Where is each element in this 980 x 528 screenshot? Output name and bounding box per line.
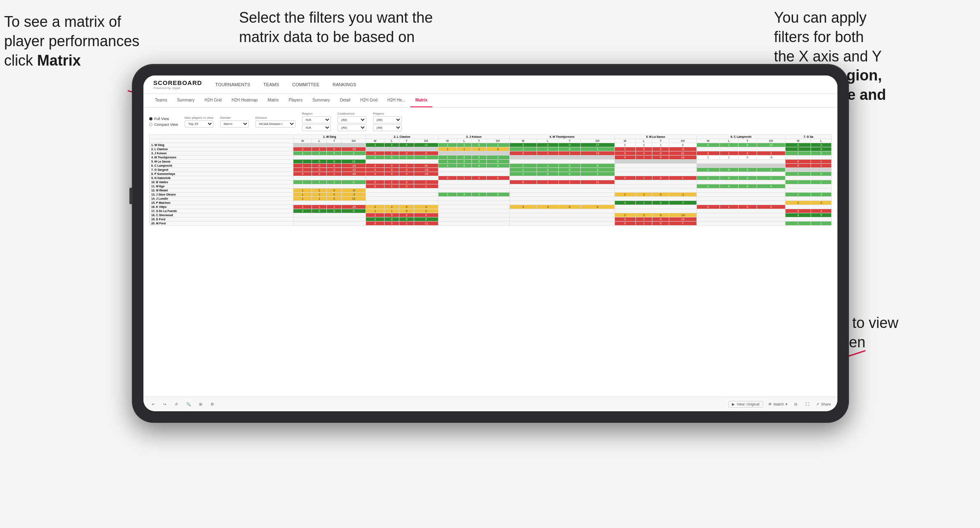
view-original-btn[interactable]: ▶ View: Original — [728, 401, 763, 408]
max-players-select[interactable]: Top 25 — [185, 120, 213, 127]
cell-14-6-0: 2 — [785, 201, 811, 205]
cell-1-2-1: 1 — [457, 147, 471, 151]
region-select-2[interactable]: N/A — [302, 124, 331, 131]
gender-select[interactable]: Men's — [220, 120, 249, 127]
ann-tr-line3: the X axis and Y — [774, 48, 882, 65]
cell-18-0 — [293, 217, 366, 222]
cell-8-2-0: 0 — [438, 176, 457, 180]
cell-0-3-0: 1 — [509, 143, 537, 147]
ann-tl-line3-plain: click — [4, 52, 37, 69]
players-select-1[interactable]: (All) — [373, 116, 402, 123]
undo-btn[interactable]: ↩ — [150, 401, 157, 407]
full-view-label: Full View — [154, 117, 169, 121]
col-header-1: 1. W Ding — [293, 135, 366, 139]
row-header-8: 9. N Gabrelcik — [150, 176, 293, 180]
nav-items: TOURNAMENTS TEAMS COMMITTEE RANKINGS — [215, 81, 356, 88]
expand-btn[interactable]: ⛶ — [804, 401, 811, 407]
cell-9-6-1: 1 — [811, 180, 832, 184]
cell-1-0-0: 2 — [293, 147, 312, 151]
cell-7-3-0: 1 — [509, 172, 537, 176]
matrix-table-wrapper: 1. W Ding 2. L Clanton 3. J Koivun 4. M … — [149, 134, 832, 392]
cell-17-4-3: -10 — [669, 213, 697, 217]
tab-h2h-grid-2[interactable]: H2H Grid — [355, 94, 382, 107]
cell-17-4-0: 2 — [614, 213, 635, 217]
cell-4-2-2: 0 — [471, 160, 486, 164]
cell-2-4-0: 0 — [614, 151, 635, 156]
share-btn[interactable]: ↗ Share — [816, 402, 831, 406]
cell-11-4 — [614, 189, 696, 193]
cell-4-0-1: 0 — [312, 160, 327, 164]
cell-1-4-1: 0 — [635, 147, 652, 151]
sub-nav: Teams Summary H2H Grid H2H Heatmap Matri… — [143, 94, 837, 108]
cell-10-5-3: 4 — [757, 184, 785, 189]
tab-h2h-he[interactable]: H2H He... — [382, 94, 410, 107]
cell-11-0-2: 0 — [327, 189, 342, 193]
cell-6-1-0: 2 — [366, 168, 384, 172]
cell-5-0-2: 0 — [327, 164, 342, 168]
cell-14-4-3: -7 — [669, 201, 697, 205]
sh-4-w: W — [509, 139, 537, 143]
cell-5-3-2: 0 — [559, 164, 581, 168]
nav-committee[interactable]: COMMITTEE — [292, 81, 319, 88]
redo-btn[interactable]: ↪ — [162, 401, 168, 407]
nav-rankings[interactable]: RANKINGS — [333, 81, 356, 88]
zoom-out-btn[interactable]: 🔍 — [185, 401, 192, 407]
grid-btn[interactable]: ⊞ — [197, 401, 204, 407]
tab-summary-2[interactable]: Summary — [307, 94, 335, 107]
nav-tournaments[interactable]: TOURNAMENTS — [215, 81, 250, 88]
cell-12-0-2: 0 — [327, 193, 342, 197]
tab-summary[interactable]: Summary — [172, 94, 199, 107]
refresh-btn[interactable]: ↺ — [173, 401, 180, 407]
grid-icon-btn[interactable]: ⊟ — [792, 401, 799, 407]
full-view-option[interactable]: Full View — [149, 117, 178, 121]
cell-10-4 — [614, 184, 696, 189]
conference-select-1[interactable]: (All) — [338, 116, 366, 123]
cell-17-2 — [438, 213, 509, 217]
compact-view-option[interactable]: Compact View — [149, 123, 178, 127]
cell-18-6 — [785, 217, 832, 222]
cell-16-4 — [614, 209, 696, 213]
cell-17-4-2: 0 — [652, 213, 669, 217]
settings-btn[interactable]: ⚙ — [209, 401, 216, 407]
cell-10-2 — [438, 184, 509, 189]
row-header-16: 17. S De La Fuente — [150, 209, 293, 213]
region-select-1[interactable]: N/A — [302, 116, 331, 123]
cell-17-5 — [696, 213, 785, 217]
cell-13-0-3: 10 — [342, 197, 366, 201]
tab-teams[interactable]: Teams — [150, 94, 172, 107]
cell-6-5-3: 3 — [757, 168, 785, 172]
cell-7-0-0: 5 — [293, 172, 312, 176]
tab-matrix-active[interactable]: Matrix — [410, 94, 432, 107]
watch-icon: 👁 — [768, 402, 772, 406]
cell-2-1-2: 0 — [399, 151, 414, 156]
corner-header — [150, 135, 293, 139]
row-header-15: 16. K Vilips — [150, 205, 293, 209]
cell-2-0-0: 1 — [293, 151, 312, 156]
cell-15-3-3: 8 — [581, 205, 614, 209]
cell-9-2 — [438, 180, 509, 184]
compact-view-radio[interactable] — [149, 123, 152, 126]
cell-6-5-0: 1 — [696, 168, 720, 172]
watch-btn[interactable]: 👁 Watch ▾ — [768, 402, 788, 406]
cell-0-1-0: 1 — [366, 143, 384, 147]
tab-detail[interactable]: Detail — [335, 94, 356, 107]
cell-2-5-1: 1 — [720, 151, 738, 156]
cell-18-1-1: 0 — [384, 217, 399, 222]
players-select-2[interactable]: (All) — [373, 124, 402, 131]
cell-19-1-3: -11 — [414, 222, 438, 226]
cell-17-1-0: 1 — [366, 213, 384, 217]
row-header-10: 11. M Ege — [150, 184, 293, 189]
tab-h2h-grid[interactable]: H2H Grid — [199, 94, 227, 107]
tab-players[interactable]: Players — [284, 94, 307, 107]
nav-teams[interactable]: TEAMS — [263, 81, 279, 88]
sh-6-w: W — [696, 139, 720, 143]
row-header-0: 1. W Ding — [150, 143, 293, 147]
sh-2-dif: Dif — [414, 139, 438, 143]
conference-select-2[interactable]: (All) — [338, 124, 366, 131]
ann-tl-line2: player performances — [4, 33, 139, 50]
division-select[interactable]: NCAA Division I — [256, 120, 295, 127]
cell-5-2-3: 0 — [486, 164, 509, 168]
tab-h2h-heatmap[interactable]: H2H Heatmap — [227, 94, 263, 107]
full-view-radio[interactable] — [149, 117, 152, 120]
tab-matrix[interactable]: Matrix — [263, 94, 284, 107]
